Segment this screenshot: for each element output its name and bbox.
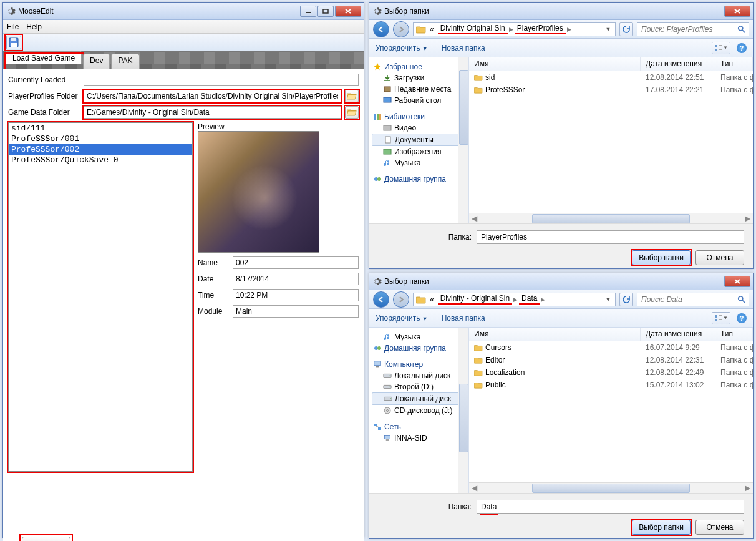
col-date[interactable]: Дата изменения (641, 328, 715, 341)
tree-favorites[interactable]: Избранное (372, 61, 466, 72)
refresh-button[interactable] (619, 293, 633, 306)
h-scrollbar[interactable]: ◀▶ (469, 482, 753, 493)
list-item[interactable]: ProfeSSSor/QuickSave_0 (9, 155, 192, 165)
list-item-selected[interactable]: ProfeSSSor/002 (9, 144, 192, 155)
file-row[interactable]: Localization12.08.2014 22:49Папка с ф (469, 366, 753, 379)
organize-button[interactable]: Упорядочить ▼ (376, 44, 428, 52)
menu-file[interactable]: File (7, 22, 19, 31)
file-rows[interactable]: sid 12.08.2014 22:51Папка с ф ProfeSSSor… (469, 71, 753, 213)
help-button[interactable]: ? (737, 313, 747, 323)
list-item[interactable]: ProfeSSSor/001 (9, 134, 192, 144)
select-folder-button[interactable]: Выбор папки (632, 250, 691, 265)
search-box[interactable] (637, 293, 749, 306)
crumb-2[interactable]: PlayerProfiles (515, 24, 566, 34)
menu-help[interactable]: Help (26, 22, 42, 31)
minimize-button[interactable] (300, 6, 316, 17)
browse-player-profiles-button[interactable] (345, 90, 359, 102)
tree-drive-c[interactable]: Локальный диск (372, 370, 466, 381)
titlebar[interactable]: MooseEdit (3, 3, 364, 20)
new-folder-button[interactable]: Новая папка (442, 44, 485, 52)
tree-cd-drive[interactable]: CD-дисковод (J:) (372, 405, 466, 416)
tree-scrollbar[interactable] (458, 57, 468, 223)
tab-load-saved-game[interactable]: Load Saved Game (6, 51, 82, 64)
file-row[interactable]: Public15.07.2014 13:02Папка с ф (469, 379, 753, 391)
breadcrumb[interactable]: « Divinity Original Sin ▶ PlayerProfiles… (413, 22, 616, 36)
tab-pak[interactable]: PAK (111, 54, 139, 69)
crumb-pre[interactable]: « (427, 295, 437, 304)
new-folder-button[interactable]: Новая папка (442, 314, 485, 323)
cancel-button[interactable]: Отмена (695, 250, 744, 265)
tree-net-inna[interactable]: INNA-SID (372, 432, 466, 444)
file-row[interactable]: Editor12.08.2014 22:31Папка с ф (469, 354, 753, 366)
tree-music[interactable]: Музыка (372, 331, 466, 343)
load-button[interactable]: Load (22, 537, 70, 541)
tree-images[interactable]: Изображения (372, 146, 466, 157)
tree-computer[interactable]: Компьютер (372, 359, 466, 370)
browse-game-data-button[interactable] (345, 106, 359, 119)
tree-homegroup[interactable]: Домашняя группа (372, 343, 466, 354)
columns-header[interactable]: Имя Дата изменения Тип (469, 57, 753, 71)
h-scrollbar[interactable]: ◀▶ (469, 213, 753, 223)
player-profiles-input[interactable] (84, 90, 341, 102)
date-input[interactable] (233, 273, 359, 285)
save-button[interactable] (6, 36, 21, 49)
file-row[interactable]: sid 12.08.2014 22:51Папка с ф (469, 71, 753, 84)
tab-dev[interactable]: Dev (83, 54, 110, 69)
tree-recent[interactable]: Недавние места (372, 84, 466, 95)
tree-scrollbar[interactable] (458, 328, 468, 493)
select-folder-button[interactable]: Выбор папки (632, 520, 691, 535)
cancel-button[interactable]: Отмена (695, 520, 744, 535)
forward-button[interactable] (393, 291, 409, 308)
time-input[interactable] (233, 289, 359, 301)
titlebar[interactable]: Выбор папки (369, 3, 753, 20)
crumb-1[interactable]: Divinity Original Sin (438, 24, 508, 34)
crumb-dropdown[interactable]: ▼ (604, 26, 613, 32)
crumb-2[interactable]: Data (519, 294, 540, 305)
tree-drive-d[interactable]: Второй (D:) (372, 381, 466, 392)
list-item[interactable]: sid/111 (9, 123, 192, 134)
save-list[interactable]: sid/111 ProfeSSSor/001 ProfeSSSor/002 Pr… (8, 122, 193, 472)
tree-network[interactable]: Сеть (372, 421, 466, 432)
game-data-input[interactable] (84, 106, 341, 119)
col-date[interactable]: Дата изменения (641, 57, 715, 71)
col-type[interactable]: Тип (715, 328, 753, 341)
file-row[interactable]: Cursors16.07.2014 9:29Папка с ф (469, 341, 753, 354)
file-row[interactable]: ProfeSSSor 17.08.2014 22:21Папка с ф (469, 84, 753, 96)
close-button[interactable] (724, 276, 750, 287)
breadcrumb[interactable]: « Divinity - Original Sin ▶ Data ▶ ▼ (413, 293, 616, 306)
tree-music[interactable]: Музыка (372, 157, 466, 168)
tree-desktop[interactable]: Рабочий стол (372, 95, 466, 106)
tree-libraries[interactable]: Библиотеки (372, 111, 466, 122)
view-button[interactable]: ▼ (712, 312, 730, 324)
col-type[interactable]: Тип (715, 57, 753, 71)
tree-view[interactable]: Музыка Домашняя группа Компьютер Локальн… (369, 328, 469, 493)
close-button[interactable] (335, 6, 361, 17)
back-button[interactable] (373, 291, 389, 308)
organize-button[interactable]: Упорядочить ▼ (376, 314, 428, 323)
col-name[interactable]: Имя (469, 57, 641, 71)
tree-view[interactable]: Избранное Загрузки Недавние места Рабочи… (369, 57, 469, 223)
back-button[interactable] (373, 21, 389, 37)
tree-downloads[interactable]: Загрузки (372, 72, 466, 84)
crumb-pre[interactable]: « (427, 25, 437, 34)
tree-homegroup[interactable]: Домашняя группа (372, 173, 466, 185)
search-input[interactable] (640, 24, 737, 34)
close-button[interactable] (724, 6, 750, 17)
folder-input[interactable] (477, 230, 744, 244)
view-button[interactable]: ▼ (712, 42, 730, 54)
crumb-1[interactable]: Divinity - Original Sin (438, 294, 512, 305)
columns-header[interactable]: Имя Дата изменения Тип (469, 328, 753, 341)
search-input[interactable] (640, 295, 737, 305)
maximize-button[interactable] (317, 6, 334, 17)
col-name[interactable]: Имя (469, 328, 641, 341)
name-input[interactable] (233, 256, 359, 269)
search-box[interactable] (637, 22, 749, 36)
forward-button[interactable] (393, 21, 409, 37)
refresh-button[interactable] (619, 22, 633, 36)
currently-loaded-input[interactable] (84, 74, 359, 86)
help-button[interactable]: ? (737, 43, 747, 53)
folder-input[interactable] (477, 500, 744, 514)
module-input[interactable] (233, 305, 359, 318)
tree-video[interactable]: Видео (372, 122, 466, 134)
tree-drive-e[interactable]: Локальный диск (372, 392, 466, 405)
